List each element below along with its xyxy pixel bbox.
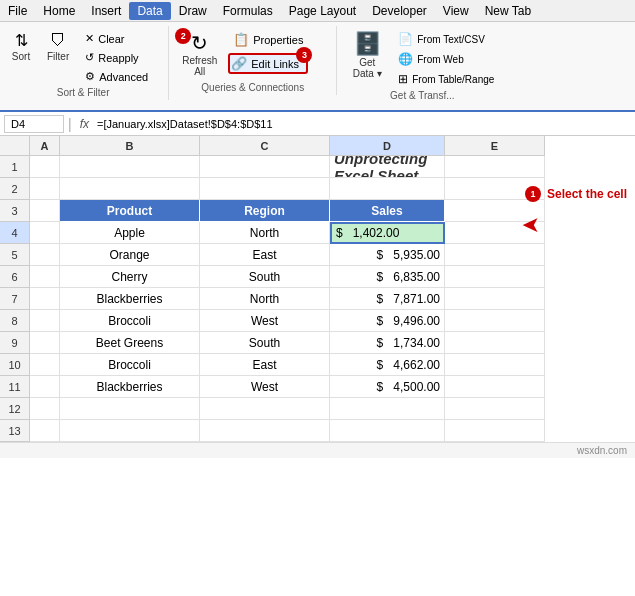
cell-b8[interactable]: Broccoli <box>60 310 200 332</box>
get-data-button[interactable]: 🗄️ GetData ▾ <box>345 30 389 82</box>
properties-button[interactable]: 📋 Properties <box>228 30 308 49</box>
cell-a12[interactable] <box>30 398 60 420</box>
cell-b12[interactable] <box>60 398 200 420</box>
menu-developer[interactable]: Developer <box>364 2 435 20</box>
cell-e10[interactable] <box>445 354 545 376</box>
cell-e1[interactable] <box>445 156 545 178</box>
from-table-button[interactable]: ⊞ From Table/Range <box>393 70 499 88</box>
cell-c8[interactable]: West <box>200 310 330 332</box>
cell-d8[interactable]: $ 9,496.00 <box>330 310 445 332</box>
cell-b5[interactable]: Orange <box>60 244 200 266</box>
cell-d13[interactable] <box>330 420 445 442</box>
cell-d6[interactable]: $ 6,835.00 <box>330 266 445 288</box>
cell-b11[interactable]: Blackberries <box>60 376 200 398</box>
cell-a3[interactable] <box>30 200 60 222</box>
filter-button[interactable]: ⛉ Filter <box>42 30 74 65</box>
clear-button[interactable]: ✕Clear <box>80 30 160 47</box>
row-num-12: 12 <box>0 398 30 420</box>
cell-d12[interactable] <box>330 398 445 420</box>
cell-c6[interactable]: South <box>200 266 330 288</box>
sort-button[interactable]: ⇅ Sort <box>6 30 36 65</box>
cell-e12[interactable] <box>445 398 545 420</box>
cell-c5[interactable]: East <box>200 244 330 266</box>
cell-a6[interactable] <box>30 266 60 288</box>
cell-c3[interactable]: Region <box>200 200 330 222</box>
cell-d9[interactable]: $ 1,734.00 <box>330 332 445 354</box>
menu-view[interactable]: View <box>435 2 477 20</box>
cell-b1[interactable] <box>60 156 200 178</box>
cell-a5[interactable] <box>30 244 60 266</box>
cell-e11[interactable] <box>445 376 545 398</box>
cell-b13[interactable] <box>60 420 200 442</box>
cell-a1[interactable] <box>30 156 60 178</box>
cell-c4[interactable]: North <box>200 222 330 244</box>
cell-c9[interactable]: South <box>200 332 330 354</box>
cell-d7[interactable]: $ 7,871.00 <box>330 288 445 310</box>
menu-home[interactable]: Home <box>35 2 83 20</box>
menu-file[interactable]: File <box>0 2 35 20</box>
menu-insert[interactable]: Insert <box>83 2 129 20</box>
from-web-button[interactable]: 🌐 From Web <box>393 50 499 68</box>
cell-d4[interactable]: $ 1,402.00 <box>330 222 445 244</box>
col-header-e: E <box>445 136 545 156</box>
cell-d5[interactable]: $ 5,935.00 <box>330 244 445 266</box>
col-header-b: B <box>60 136 200 156</box>
cell-d3[interactable]: Sales <box>330 200 445 222</box>
menu-new-tab[interactable]: New Tab <box>477 2 539 20</box>
cell-b7[interactable]: Blackberries <box>60 288 200 310</box>
from-text-csv-button[interactable]: 📄 From Text/CSV <box>393 30 499 48</box>
cell-e5[interactable] <box>445 244 545 266</box>
reapply-button[interactable]: ↺Reapply <box>80 49 160 66</box>
cell-b9[interactable]: Beet Greens <box>60 332 200 354</box>
table-row: 8 Broccoli West $ 9,496.00 <box>0 310 635 332</box>
menu-formulas[interactable]: Formulas <box>215 2 281 20</box>
cell-c11[interactable]: West <box>200 376 330 398</box>
cell-e7[interactable] <box>445 288 545 310</box>
corner-cell <box>0 136 30 156</box>
row-num-13: 13 <box>0 420 30 442</box>
cell-e6[interactable] <box>445 266 545 288</box>
table-row: 9 Beet Greens South $ 1,734.00 <box>0 332 635 354</box>
cell-b3[interactable]: Product <box>60 200 200 222</box>
menu-data[interactable]: Data <box>129 2 170 20</box>
cell-c13[interactable] <box>200 420 330 442</box>
cell-a2[interactable] <box>30 178 60 200</box>
formula-bar: | fx =[January.xlsx]Dataset!$D$4:$D$11 <box>0 112 635 136</box>
cell-b6[interactable]: Cherry <box>60 266 200 288</box>
cell-d2[interactable] <box>330 178 445 200</box>
cell-c7[interactable]: North <box>200 288 330 310</box>
row-num-10: 10 <box>0 354 30 376</box>
cell-e8[interactable] <box>445 310 545 332</box>
cell-b2[interactable] <box>60 178 200 200</box>
cell-a11[interactable] <box>30 376 60 398</box>
row-num-3: 3 <box>0 200 30 222</box>
cell-a7[interactable] <box>30 288 60 310</box>
sort-icon: ⇅ <box>15 33 28 49</box>
cell-a4[interactable] <box>30 222 60 244</box>
cell-b10[interactable]: Broccoli <box>60 354 200 376</box>
cell-b4[interactable]: Apple <box>60 222 200 244</box>
menu-draw[interactable]: Draw <box>171 2 215 20</box>
cell-c12[interactable] <box>200 398 330 420</box>
formula-display: =[January.xlsx]Dataset!$D$4:$D$11 <box>97 118 631 130</box>
text-csv-icon: 📄 <box>398 32 413 46</box>
cell-d10[interactable]: $ 4,662.00 <box>330 354 445 376</box>
select-cell-label: Select the cell <box>547 187 627 201</box>
cell-a8[interactable] <box>30 310 60 332</box>
advanced-button[interactable]: ⚙Advanced <box>80 68 160 85</box>
sort-label: Sort <box>12 51 30 62</box>
menu-page-layout[interactable]: Page Layout <box>281 2 364 20</box>
cell-a9[interactable] <box>30 332 60 354</box>
cell-d11[interactable]: $ 4,500.00 <box>330 376 445 398</box>
cell-reference-box[interactable] <box>4 115 64 133</box>
cell-c1[interactable] <box>200 156 330 178</box>
cell-d1[interactable]: Unprotecting Excel Sheet <box>330 156 445 178</box>
cell-e9[interactable] <box>445 332 545 354</box>
filter-icon: ⛉ <box>50 33 66 49</box>
cell-a13[interactable] <box>30 420 60 442</box>
cell-a10[interactable] <box>30 354 60 376</box>
cell-e13[interactable] <box>445 420 545 442</box>
reapply-icon: ↺ <box>85 51 94 64</box>
cell-c2[interactable] <box>200 178 330 200</box>
cell-c10[interactable]: East <box>200 354 330 376</box>
